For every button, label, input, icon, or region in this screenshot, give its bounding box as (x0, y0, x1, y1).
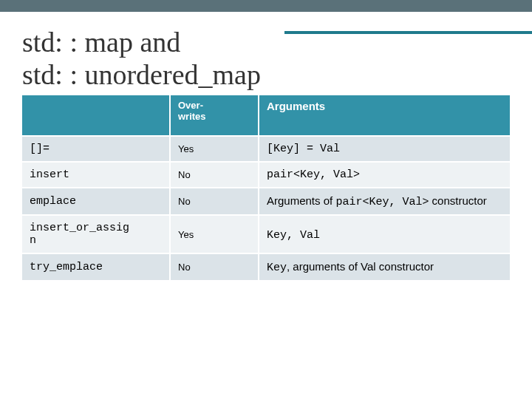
arguments-cell: Arguments of pair<Key, Val> constructor (259, 188, 510, 215)
method-cell: emplace (22, 188, 170, 215)
window-top-bar (0, 0, 532, 12)
arguments-cell: [Key] = Val (259, 136, 510, 162)
method-cell: try_emplace (22, 253, 170, 281)
method-cell: insert_or_assig n (22, 215, 170, 253)
table-row: insert No pair<Key, Val> (22, 162, 510, 188)
method-cell: insert (22, 162, 170, 188)
slide-content: std: : map and std: : unordered_map Over… (0, 12, 532, 282)
table-row: insert_or_assig n Yes Key, Val (22, 215, 510, 253)
title-line-1: std: : map and (22, 27, 180, 58)
title-line-2: std: : unordered_map (22, 59, 261, 90)
arguments-cell: pair<Key, Val> (259, 162, 510, 188)
methods-table: Over- writes Arguments []= Yes [Key] = V… (22, 95, 510, 282)
overwrites-cell: Yes (170, 215, 259, 253)
arguments-cell: Key, arguments of Val constructor (259, 253, 510, 281)
method-cell: []= (22, 136, 170, 162)
arguments-cell: Key, Val (259, 215, 510, 253)
header-method (22, 95, 170, 136)
overwrites-cell: Yes (170, 136, 259, 162)
overwrites-cell: No (170, 253, 259, 281)
table-row: try_emplace No Key, arguments of Val con… (22, 253, 510, 281)
overwrites-cell: No (170, 188, 259, 215)
table-row: emplace No Arguments of pair<Key, Val> c… (22, 188, 510, 215)
header-overwrites: Over- writes (170, 95, 259, 136)
table-row: []= Yes [Key] = Val (22, 136, 510, 162)
slide-title: std: : map and std: : unordered_map (22, 27, 510, 91)
overwrites-cell: No (170, 162, 259, 188)
accent-line (284, 31, 532, 34)
table-header-row: Over- writes Arguments (22, 95, 510, 136)
header-arguments: Arguments (259, 95, 510, 136)
